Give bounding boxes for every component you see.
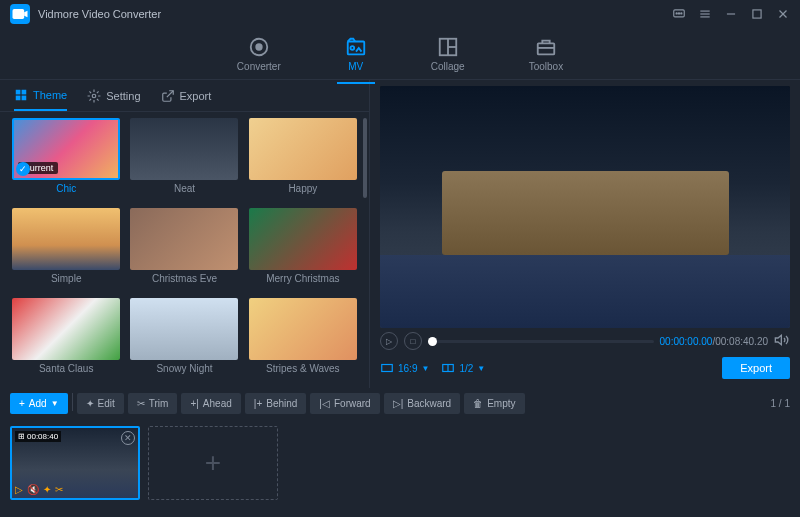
progress-bar[interactable] [428,340,654,343]
nav-tabs: Converter MV Collage Toolbox [0,28,800,80]
ahead-button[interactable]: +|Ahead [181,393,240,414]
theme-card[interactable]: Merry Christmas [247,208,359,292]
theme-thumb [130,208,238,270]
plus-icon: + [205,447,221,479]
theme-label: Merry Christmas [266,273,339,284]
stop-button[interactable]: □ [404,332,422,350]
scissors-icon: ✂ [137,398,145,409]
nav-label: Toolbox [529,61,563,72]
feedback-icon[interactable] [672,7,686,21]
timeline: ⊞00:08:40 ✕ ▷ 🔇 ✦ ✂ + [0,418,800,508]
split-select[interactable]: 1/2 ▼ [441,361,485,375]
film-icon: ⊞ [18,432,25,441]
clip-play-icon[interactable]: ▷ [15,484,23,495]
backward-button[interactable]: ▷|Backward [384,393,461,414]
add-clip-button[interactable]: + [148,426,278,500]
close-icon[interactable] [776,7,790,21]
sub-tab-label: Theme [33,89,67,101]
menu-icon[interactable] [698,7,712,21]
export-button[interactable]: Export [722,357,790,379]
chevron-down-icon: ▼ [477,364,485,373]
toolbox-icon [535,36,557,58]
clip-duration: ⊞00:08:40 [15,431,61,442]
sub-tabs: Theme Setting Export [0,80,369,112]
add-button[interactable]: +Add▼ [10,393,68,414]
nav-tab-mv[interactable]: MV [337,32,375,76]
theme-thumb [249,118,357,180]
theme-card[interactable]: Snowy Night [128,298,240,382]
play-button[interactable]: ▷ [380,332,398,350]
theme-label: Santa Claus [39,363,93,374]
sub-tab-theme[interactable]: Theme [14,81,67,111]
clip-trim-icon[interactable]: ✂ [55,484,63,495]
wand-icon: ✦ [86,398,94,409]
nav-tab-collage[interactable]: Collage [423,32,473,76]
forward-button[interactable]: |◁Forward [310,393,379,414]
left-panel: Theme Setting Export Current ✓ Chic N [0,80,370,388]
aspect-ratio-select[interactable]: 16:9 ▼ [380,361,429,375]
grid-icon [14,88,28,102]
svg-rect-21 [16,89,21,94]
nav-label: MV [348,61,363,72]
theme-label: Christmas Eve [152,273,217,284]
edit-button[interactable]: ✦Edit [77,393,124,414]
sub-tab-setting[interactable]: Setting [87,82,140,110]
clip-edit-icon[interactable]: ✦ [43,484,51,495]
trim-button[interactable]: ✂Trim [128,393,178,414]
mv-icon [345,36,367,58]
clip-remove-button[interactable]: ✕ [121,431,135,445]
empty-button[interactable]: 🗑Empty [464,393,524,414]
timeline-clip[interactable]: ⊞00:08:40 ✕ ▷ 🔇 ✦ ✂ [10,426,140,500]
time-current: 00:00:00.00 [660,336,713,347]
plus-icon: + [19,398,25,409]
video-preview[interactable] [380,86,790,328]
gear-icon [87,89,101,103]
themes-grid: Current ✓ Chic Neat Happy Simple Christm… [0,112,369,388]
right-panel: ▷ □ 00:00:00.00/00:08:40.20 16:9 ▼ 1/2 ▼… [370,80,800,388]
theme-card[interactable]: Happy [247,118,359,202]
theme-card[interactable]: Simple [10,208,122,292]
svg-point-3 [678,13,679,14]
clip-actions: ▷ 🔇 ✦ ✂ [15,484,63,495]
svg-rect-9 [753,10,761,18]
theme-label: Simple [51,273,82,284]
theme-card[interactable]: Santa Claus [10,298,122,382]
backward-icon: ▷| [393,398,404,409]
svg-point-4 [681,13,682,14]
sub-tab-label: Export [180,90,212,102]
theme-thumb [249,208,357,270]
chevron-down-icon: ▼ [51,399,59,408]
svg-point-15 [350,46,354,50]
progress-handle[interactable] [428,337,437,346]
behind-button[interactable]: |+Behind [245,393,307,414]
theme-card[interactable]: Current ✓ Chic [10,118,122,202]
time-display: 00:00:00.00/00:08:40.20 [660,336,768,347]
svg-rect-24 [22,95,27,100]
svg-rect-22 [22,89,27,94]
maximize-icon[interactable] [750,7,764,21]
theme-thumb: Current ✓ [12,118,120,180]
theme-label: Chic [56,183,76,194]
forward-icon: |◁ [319,398,330,409]
scrollbar[interactable] [363,118,367,198]
theme-thumb [12,298,120,360]
svg-point-13 [256,44,262,50]
svg-rect-0 [13,9,25,19]
theme-card[interactable]: Stripes & Waves [247,298,359,382]
theme-thumb [12,208,120,270]
sub-tab-export[interactable]: Export [161,82,212,110]
nav-tab-converter[interactable]: Converter [229,32,289,76]
volume-icon[interactable] [774,332,790,350]
titlebar-controls [672,7,790,21]
theme-card[interactable]: Christmas Eve [128,208,240,292]
chevron-down-icon: ▼ [421,364,429,373]
player-controls: ▷ □ 00:00:00.00/00:08:40.20 [380,328,790,354]
minimize-icon[interactable] [724,7,738,21]
clip-mute-icon[interactable]: 🔇 [27,484,39,495]
theme-card[interactable]: Neat [128,118,240,202]
trash-icon: 🗑 [473,398,483,409]
nav-tab-toolbox[interactable]: Toolbox [521,32,571,76]
toolbar: +Add▼ ✦Edit ✂Trim +|Ahead |+Behind |◁For… [0,388,800,418]
svg-rect-26 [382,365,393,372]
ahead-icon: +| [190,398,198,409]
